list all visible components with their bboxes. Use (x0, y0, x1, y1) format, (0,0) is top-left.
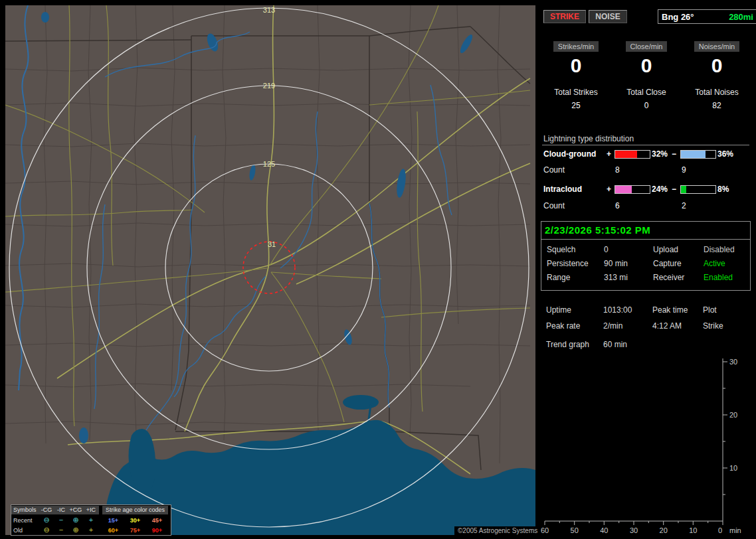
receiver-status: Enabled (704, 271, 733, 285)
total-strikes-value: 25 (541, 101, 611, 110)
x-tick-0: 0 (718, 526, 722, 534)
age-90: 90+ (146, 527, 168, 534)
legend-col-pos-ic: +IC (83, 506, 99, 514)
uptime-label: Uptime (546, 304, 571, 316)
legend-col-neg-ic: -IC (54, 506, 68, 514)
trend-axis-labels: 30 20 10 60 50 40 30 20 10 0 min (541, 358, 741, 534)
noises-per-min-label: Noises/min (694, 41, 739, 52)
map-legend: Symbols -CG -IC +CG +IC Strike age color… (11, 504, 171, 536)
y-tick-30: 30 (729, 358, 737, 366)
range-setting-value: 313 mi (604, 271, 628, 285)
age-75: 75+ (124, 527, 146, 534)
status-box: 2/23/2026 5:15:02 PM Squelch 0 Upload Di… (541, 221, 751, 291)
noise-toggle-button[interactable]: NOISE (589, 10, 627, 23)
intracloud-row: Intracloud + 24% − 8% (541, 185, 753, 195)
trend-graph: 30 20 10 60 50 40 30 20 10 0 min (541, 353, 752, 536)
uptime-row: Uptime 1013:00 Peak time Plot (541, 304, 753, 316)
pos-ic-icon: + (83, 516, 99, 524)
squelch-label: Squelch (547, 243, 575, 257)
capture-status: Active (704, 257, 725, 271)
map-canvas[interactable]: 313 219 125 31 (5, 5, 535, 535)
intracloud-negative-count: 2 (682, 201, 686, 210)
count-label: Count (543, 201, 565, 210)
status-row-range: Range 313 mi Receiver Enabled (541, 271, 750, 285)
status-row-persistence: Persistence 90 min Capture Active (541, 257, 750, 271)
bearing-value: Bng 26° (662, 12, 694, 22)
cloud-ground-positive-bar (614, 150, 650, 159)
strike-map: 313 219 125 31 (5, 5, 535, 535)
peak-rate-value: 2/min (603, 320, 622, 332)
intracloud-count-row: Count 6 2 (541, 201, 753, 212)
ring-label-125: 125 (263, 160, 275, 168)
y-tick-20: 20 (729, 411, 737, 419)
status-row-squelch: Squelch 0 Upload Disabled (541, 243, 750, 257)
intracloud-positive-count: 6 (615, 201, 620, 210)
trend-graph-label: Trend graph (546, 339, 589, 350)
x-tick-30: 30 (630, 526, 638, 534)
persistence-value: 90 min (604, 257, 628, 271)
persistence-label: Persistence (547, 257, 589, 271)
distribution-title: Lightning type distribution (543, 134, 634, 143)
cloud-ground-positive-count: 8 (615, 165, 620, 175)
age-15: 15+ (102, 517, 124, 524)
pos-cg-icon: ⊕ (68, 526, 83, 534)
trend-graph-value: 60 min (603, 339, 627, 350)
control-panel: STRIKE NOISE Bng 26° 280mi Strikes/min 0… (541, 0, 756, 539)
y-tick-10: 10 (729, 464, 737, 472)
ring-label-313: 313 (263, 6, 275, 14)
bearing-range-readout: Bng 26° 280mi (658, 9, 756, 24)
age-60: 60+ (102, 527, 124, 534)
strike-toggle-button[interactable]: STRIKE (543, 10, 586, 23)
noises-per-min-value: 0 (682, 54, 752, 77)
plus-sign: + (607, 149, 611, 159)
strikes-per-min-column: Strikes/min 0 Total Strikes 25 (541, 41, 611, 110)
bar-fill (681, 151, 706, 158)
neg-ic-icon: − (54, 526, 68, 534)
upload-status: Disabled (704, 243, 735, 257)
neg-ic-icon: − (54, 516, 68, 524)
capture-label: Capture (653, 257, 682, 271)
x-axis-unit: min (729, 526, 741, 534)
copyright-text: ©2005 Astrogenic Systems (454, 526, 541, 535)
bar-fill (615, 186, 632, 193)
legend-col-neg-cg: -CG (39, 506, 54, 514)
plot-mode-value: Strike (703, 320, 723, 332)
legend-col-pos-cg: +CG (68, 506, 83, 514)
lightning-detector-app: 313 219 125 31 Symbols -CG -IC +CG +IC S… (0, 0, 756, 539)
x-tick-40: 40 (600, 526, 608, 534)
intracloud-label: Intracloud (543, 185, 582, 194)
pos-ic-icon: + (83, 526, 99, 534)
squelch-value: 0 (604, 243, 609, 257)
total-close-value: 0 (611, 101, 682, 110)
total-noises-value: 82 (682, 101, 752, 110)
peak-rate-row: Peak rate 2/min 4:12 AM Strike (541, 320, 753, 332)
close-per-min-label: Close/min (626, 41, 668, 52)
total-noises-label: Total Noises (682, 88, 752, 97)
close-per-min-value: 0 (611, 54, 682, 77)
total-strikes-label: Total Strikes (541, 88, 611, 97)
plus-sign: + (607, 185, 611, 194)
age-45: 45+ (146, 517, 168, 524)
legend-row-recent-label: Recent (11, 517, 39, 524)
peak-time-label: Peak time (652, 304, 688, 316)
x-tick-20: 20 (660, 526, 668, 534)
intracloud-negative-bar (680, 185, 716, 194)
cloud-ground-label: Cloud-ground (543, 149, 596, 159)
noises-per-min-column: Noises/min 0 Total Noises 82 (682, 41, 752, 110)
trend-graph-row: Trend graph 60 min (541, 339, 753, 350)
strikes-per-min-label: Strikes/min (553, 41, 599, 52)
ring-label-31: 31 (268, 240, 276, 248)
legend-symbols-title: Symbols (11, 506, 39, 514)
plot-label: Plot (703, 304, 717, 316)
intracloud-positive-pct: 24% (652, 185, 668, 194)
datetime-display: 2/23/2026 5:15:02 PM (541, 222, 750, 240)
intracloud-positive-bar (614, 185, 650, 194)
cloud-ground-negative-count: 9 (682, 165, 686, 175)
ring-label-219: 219 (263, 82, 275, 90)
strikes-per-min-value: 0 (541, 54, 611, 77)
x-tick-50: 50 (571, 526, 579, 534)
total-close-label: Total Close (611, 88, 682, 97)
legend-age-title: Strike age color codes (102, 506, 168, 514)
trend-axes (545, 358, 727, 525)
peak-rate-label: Peak rate (546, 320, 580, 332)
